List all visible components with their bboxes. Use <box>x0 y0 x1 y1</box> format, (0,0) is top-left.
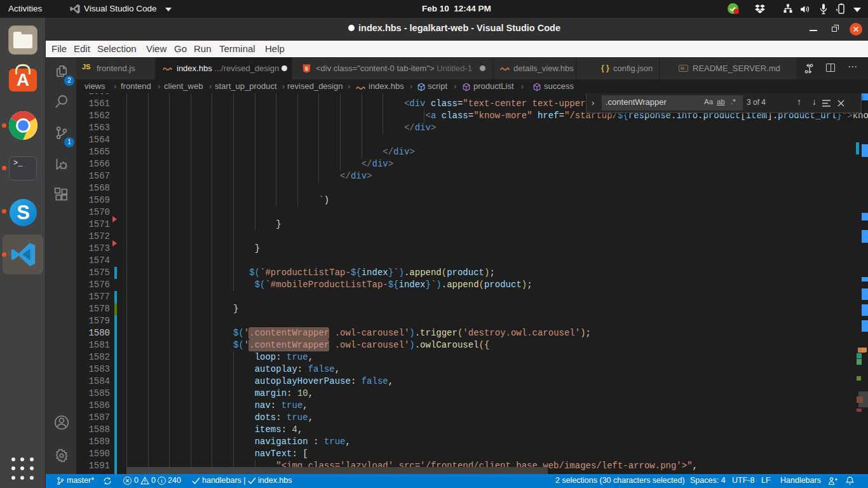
svg-text:5: 5 <box>305 65 308 72</box>
